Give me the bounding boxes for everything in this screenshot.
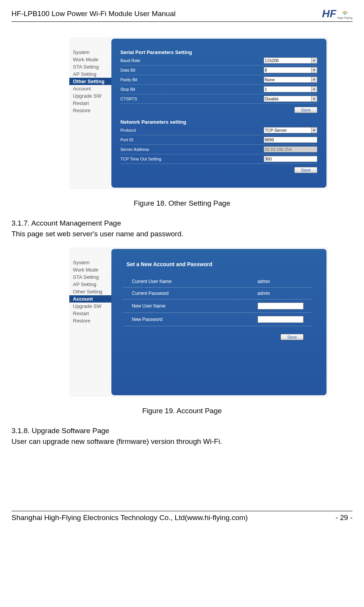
account-row: Current User Nameadmin bbox=[123, 276, 311, 288]
account-row: New Password bbox=[123, 313, 311, 326]
row-label: CTSRTS bbox=[121, 97, 137, 101]
ctsrts-dropdown[interactable]: Disable▼ bbox=[264, 96, 317, 102]
row-value-wrap bbox=[258, 303, 311, 309]
parity-bit-dropdown[interactable]: None▼ bbox=[264, 77, 317, 83]
header-title: HF-LPB100 Low Power Wi-Fi Module User Ma… bbox=[11, 10, 176, 18]
figure19-caption: Figure 19. Account Page bbox=[11, 407, 353, 415]
setting-row: Server Address10.10.100.254 bbox=[121, 145, 317, 154]
sidebar-item-other-setting[interactable]: Other Setting bbox=[69, 288, 111, 295]
footer-page-number: - 29 - bbox=[336, 514, 353, 522]
row-label: Current User Name bbox=[123, 279, 172, 284]
sidebar-item-account[interactable]: Account bbox=[69, 295, 111, 303]
row-value: admin bbox=[258, 291, 311, 296]
row-label: Stop Bit bbox=[121, 87, 135, 92]
setting-row: Parity BitNone▼ bbox=[121, 75, 317, 85]
port-id-field[interactable]: 8899 bbox=[264, 137, 317, 143]
sidebar-item-other-setting[interactable]: Other Setting bbox=[69, 78, 111, 85]
section-318-body: User can upgrade new software (firmware)… bbox=[11, 437, 353, 446]
sidebar: SystemWork ModeSTA SettingAP SettingOthe… bbox=[69, 247, 111, 397]
setting-row: TCP Time Out Setting300 bbox=[121, 154, 317, 164]
row-label: Port ID bbox=[121, 137, 134, 142]
chevron-down-icon: ▼ bbox=[311, 87, 317, 92]
setting-row: Stop Bit1▼ bbox=[121, 85, 317, 94]
logo: HF High-Flying bbox=[322, 8, 353, 20]
new-password-input[interactable] bbox=[258, 316, 304, 323]
main-panel-account: Set a New Account and Password Current U… bbox=[111, 249, 326, 395]
setting-row: CTSRTSDisable▼ bbox=[121, 94, 317, 104]
setting-row: Port ID8899 bbox=[121, 135, 317, 145]
setting-row: Baud Rate115200▼ bbox=[121, 56, 317, 65]
serial-section-title: Serial Port Parameters Setting bbox=[121, 46, 317, 56]
row-value-wrap bbox=[258, 316, 311, 323]
logo-text: HF bbox=[322, 8, 336, 20]
wifi-icon: High-Flying bbox=[337, 8, 353, 20]
row-label: New User Name bbox=[123, 303, 166, 309]
sidebar-item-restart[interactable]: Restart bbox=[69, 100, 111, 107]
sidebar-item-system[interactable]: System bbox=[69, 259, 111, 266]
protocol-dropdown[interactable]: TCP-Server▼ bbox=[264, 127, 317, 133]
save-button[interactable]: Save bbox=[281, 334, 303, 340]
row-label: Server Address bbox=[121, 147, 149, 152]
save-button[interactable]: Save bbox=[294, 167, 317, 173]
sidebar-item-sta-setting[interactable]: STA Setting bbox=[69, 63, 111, 70]
sidebar: SystemWork ModeSTA SettingAP SettingOthe… bbox=[69, 37, 111, 189]
sidebar-item-account[interactable]: Account bbox=[69, 85, 111, 92]
tcp-time-out-setting-field[interactable]: 300 bbox=[264, 156, 317, 162]
setting-row: ProtocolTCP-Server▼ bbox=[121, 126, 317, 135]
account-row: New User Name bbox=[123, 299, 311, 313]
figure18-screenshot: SystemWork ModeSTA SettingAP SettingOthe… bbox=[69, 37, 328, 189]
new-user-name-input[interactable] bbox=[258, 303, 304, 309]
row-label: Current Password bbox=[123, 291, 169, 296]
server-address-field: 10.10.100.254 bbox=[264, 146, 317, 152]
sidebar-item-restart[interactable]: Restart bbox=[69, 310, 111, 317]
section-317-heading: 3.1.7. Account Management Page bbox=[11, 219, 353, 227]
main-panel-other-setting: Serial Port Parameters Setting Baud Rate… bbox=[111, 39, 326, 188]
row-label: Protocol bbox=[121, 128, 136, 133]
chevron-down-icon: ▼ bbox=[311, 67, 317, 73]
sidebar-item-work-mode[interactable]: Work Mode bbox=[69, 56, 111, 63]
page-header: HF-LPB100 Low Power Wi-Fi Module User Ma… bbox=[11, 8, 353, 22]
sidebar-item-sta-setting[interactable]: STA Setting bbox=[69, 273, 111, 281]
data-bit-dropdown[interactable]: 8▼ bbox=[264, 67, 317, 73]
section-318-heading: 3.1.8. Upgrade Software Page bbox=[11, 427, 353, 435]
page-footer: Shanghai High-Flying Electronics Technol… bbox=[11, 511, 353, 522]
footer-company: Shanghai High-Flying Electronics Technol… bbox=[11, 514, 248, 522]
row-label: Baud Rate bbox=[121, 58, 140, 63]
sidebar-item-ap-setting[interactable]: AP Setting bbox=[69, 70, 111, 78]
chevron-down-icon: ▼ bbox=[311, 96, 317, 101]
account-section-title: Set a New Account and Password bbox=[127, 258, 311, 268]
sidebar-item-restore[interactable]: Restore bbox=[69, 107, 111, 114]
svg-point-0 bbox=[344, 14, 346, 15]
stop-bit-dropdown[interactable]: 1▼ bbox=[264, 86, 317, 92]
baud-rate-dropdown[interactable]: 115200▼ bbox=[264, 57, 317, 64]
logo-subtext: High-Flying bbox=[337, 16, 353, 20]
figure19-screenshot: SystemWork ModeSTA SettingAP SettingOthe… bbox=[69, 247, 328, 397]
row-label: New Password bbox=[123, 317, 163, 322]
account-row: Current Passwordadmin bbox=[123, 288, 311, 299]
row-label: Parity Bit bbox=[121, 77, 137, 82]
sidebar-item-upgrade-sw[interactable]: Upgrade SW bbox=[69, 303, 111, 310]
row-value: admin bbox=[258, 279, 311, 284]
chevron-down-icon: ▼ bbox=[311, 128, 317, 133]
sidebar-item-upgrade-sw[interactable]: Upgrade SW bbox=[69, 92, 111, 100]
sidebar-item-system[interactable]: System bbox=[69, 49, 111, 56]
chevron-down-icon: ▼ bbox=[311, 77, 317, 82]
sidebar-item-restore[interactable]: Restore bbox=[69, 317, 111, 324]
row-label: TCP Time Out Setting bbox=[121, 157, 162, 161]
sidebar-item-work-mode[interactable]: Work Mode bbox=[69, 266, 111, 273]
sidebar-item-ap-setting[interactable]: AP Setting bbox=[69, 281, 111, 288]
section-317-body: This page set web server's user name and… bbox=[11, 230, 353, 238]
row-label: Data Bit bbox=[121, 68, 135, 72]
figure18-caption: Figure 18. Other Setting Page bbox=[11, 199, 353, 208]
save-button[interactable]: Save bbox=[294, 107, 317, 113]
chevron-down-icon: ▼ bbox=[311, 58, 317, 63]
setting-row: Data Bit8▼ bbox=[121, 65, 317, 75]
network-section-title: Network Parameters setting bbox=[121, 116, 317, 126]
